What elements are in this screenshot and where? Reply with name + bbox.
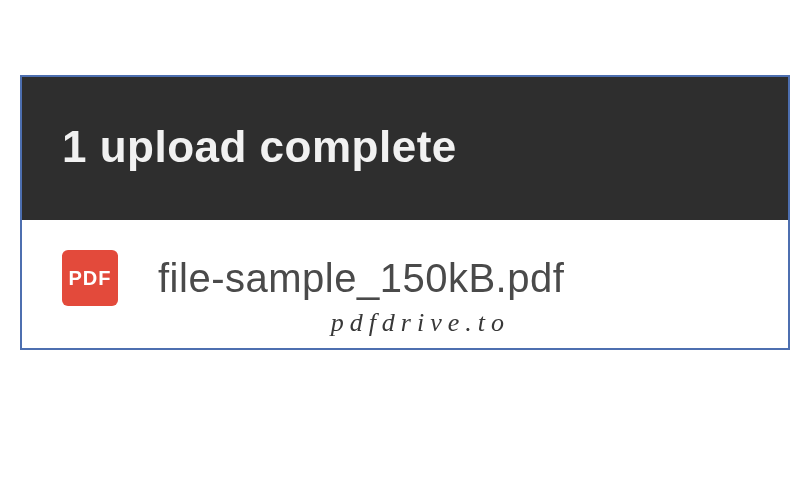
upload-widget: 1 upload complete PDF file-sample_150kB.… [20, 75, 790, 350]
watermark-text: pdfdrive.to [331, 308, 510, 338]
pdf-file-icon: PDF [62, 250, 118, 306]
pdf-icon-label: PDF [69, 267, 112, 290]
upload-file-name: file-sample_150kB.pdf [158, 256, 564, 301]
upload-header: 1 upload complete [22, 77, 788, 220]
upload-file-row[interactable]: PDF file-sample_150kB.pdf pdfdrive.to [22, 220, 788, 348]
upload-header-title: 1 upload complete [62, 122, 457, 172]
